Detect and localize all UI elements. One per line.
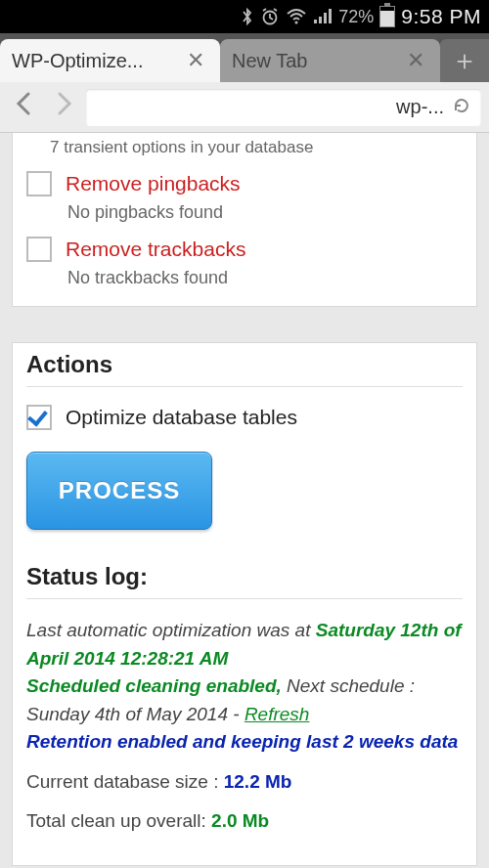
checkbox-checked[interactable] [26, 405, 52, 430]
bluetooth-icon [241, 7, 254, 26]
option-label: Remove trackbacks [66, 238, 245, 261]
transient-note: 7 transient options in your database [50, 138, 463, 157]
svg-rect-5 [329, 9, 332, 23]
alarm-icon [260, 7, 280, 26]
log-schedule: Scheduled cleaning enabled, Next schedul… [26, 673, 463, 728]
options-card: 7 transient options in your database Rem… [12, 133, 477, 307]
svg-rect-3 [319, 17, 322, 23]
button-label: PROCESS [59, 477, 180, 504]
battery-percentage: 72% [338, 7, 374, 27]
refresh-link[interactable]: Refresh [244, 704, 310, 724]
status-log: Last automatic optimization was at Satur… [26, 617, 463, 836]
cell-signal-icon [313, 8, 333, 25]
forward-button[interactable] [47, 90, 80, 124]
log-cleanup-total: Total clean up overall: 2.0 Mb [26, 807, 463, 836]
android-status-bar: 72% 9:58 PM [0, 0, 489, 33]
browser-nav-bar: wp-... [0, 82, 489, 133]
statuslog-heading: Status log: [26, 563, 463, 599]
process-button[interactable]: PROCESS [26, 452, 212, 530]
reload-icon[interactable] [452, 96, 471, 119]
browser-tab-strip: WP-Optimize... ✕ New Tab ✕ ＋ [0, 33, 489, 82]
actions-card: Actions Optimize database tables PROCESS… [12, 342, 477, 866]
actions-heading: Actions [26, 351, 463, 387]
svg-rect-2 [314, 20, 317, 23]
option-sub: No trackbacks found [67, 268, 463, 288]
close-icon[interactable]: ✕ [403, 48, 428, 73]
wifi-icon [286, 8, 307, 25]
clock-time: 9:58 PM [401, 5, 481, 28]
option-remove-trackbacks[interactable]: Remove trackbacks [26, 237, 463, 262]
new-tab-button[interactable]: ＋ [440, 39, 489, 82]
option-sub: No pingbacks found [67, 202, 463, 223]
plus-icon: ＋ [451, 42, 478, 79]
battery-icon [379, 6, 395, 27]
option-remove-pingbacks[interactable]: Remove pingbacks [26, 171, 463, 196]
page-content: 7 transient options in your database Rem… [0, 133, 489, 868]
url-text: wp-... [96, 96, 444, 118]
option-label: Optimize database tables [66, 406, 297, 429]
checkbox-unchecked[interactable] [26, 237, 52, 262]
close-icon[interactable]: ✕ [183, 48, 208, 73]
svg-rect-4 [324, 13, 327, 23]
url-bar[interactable]: wp-... [86, 89, 481, 126]
option-optimize-tables[interactable]: Optimize database tables [26, 405, 463, 430]
back-button[interactable] [8, 90, 41, 124]
tab-active[interactable]: WP-Optimize... ✕ [0, 39, 220, 82]
log-retention: Retention enabled and keeping last 2 wee… [26, 728, 463, 757]
log-last-auto: Last automatic optimization was at Satur… [26, 617, 463, 673]
svg-point-1 [295, 22, 298, 24]
checkbox-unchecked[interactable] [26, 171, 52, 196]
tab-title: WP-Optimize... [12, 50, 143, 72]
log-db-size: Current database size : 12.2 Mb [26, 768, 463, 797]
option-label: Remove pingbacks [66, 172, 241, 195]
tab-inactive[interactable]: New Tab ✕ [220, 39, 440, 82]
tab-title: New Tab [232, 50, 307, 72]
